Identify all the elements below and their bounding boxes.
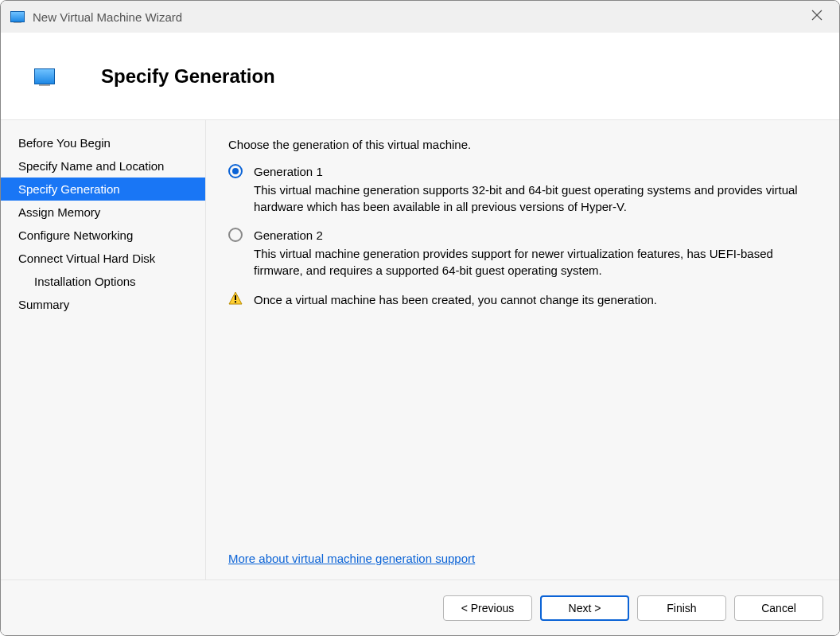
wizard-step-label: Before You Begin	[18, 136, 111, 150]
generation-option: Generation 1This virtual machine generat…	[228, 164, 817, 215]
svg-rect-4	[235, 301, 236, 302]
page-title: Specify Generation	[101, 65, 275, 88]
wizard-step-label: Connect Virtual Hard Disk	[18, 252, 155, 265]
wizard-step[interactable]: Before You Begin	[1, 131, 205, 154]
wizard-step-label: Assign Memory	[18, 205, 100, 219]
finish-button[interactable]: Finish	[637, 595, 726, 621]
wizard-step[interactable]: Summary	[1, 293, 205, 316]
titlebar: New Virtual Machine Wizard	[1, 1, 839, 33]
option-description: This virtual machine generation supports…	[254, 181, 817, 215]
radio-row[interactable]: Generation 2	[228, 228, 817, 242]
close-icon	[811, 9, 823, 21]
wizard-step[interactable]: Configure Networking	[1, 224, 205, 247]
wizard-footer: < Previous Next > Finish Cancel	[1, 579, 839, 635]
radio-button[interactable]	[228, 164, 243, 178]
wizard-step-label: Specify Name and Location	[18, 159, 164, 173]
radio-button[interactable]	[228, 228, 243, 242]
intro-text: Choose the generation of this virtual ma…	[228, 138, 817, 151]
generation-option: Generation 2This virtual machine generat…	[228, 228, 817, 279]
wizard-header: Specify Generation	[1, 33, 839, 120]
radio-row[interactable]: Generation 1	[228, 164, 817, 178]
wizard-step-label: Specify Generation	[18, 182, 120, 196]
wizard-icon	[34, 68, 55, 84]
cancel-button[interactable]: Cancel	[734, 595, 823, 621]
wizard-step-label: Installation Options	[34, 275, 136, 288]
wizard-steps-sidebar: Before You BeginSpecify Name and Locatio…	[1, 120, 206, 579]
window-title: New Virtual Machine Wizard	[33, 10, 182, 24]
wizard-step-label: Configure Networking	[18, 228, 133, 242]
warning-row: Once a virtual machine has been created,…	[228, 291, 817, 308]
radio-label: Generation 2	[254, 228, 323, 242]
wizard-step[interactable]: Specify Name and Location	[1, 154, 205, 178]
svg-rect-3	[235, 295, 236, 300]
radio-label: Generation 1	[254, 165, 323, 178]
warning-text: Once a virtual machine has been created,…	[254, 291, 657, 308]
warning-icon	[228, 291, 243, 306]
wizard-step-label: Summary	[18, 298, 69, 311]
more-info-link[interactable]: More about virtual machine generation su…	[228, 552, 475, 565]
wizard-step[interactable]: Connect Virtual Hard Disk	[1, 247, 205, 270]
app-icon	[10, 11, 25, 22]
wizard-content: Choose the generation of this virtual ma…	[206, 120, 839, 579]
wizard-step[interactable]: Assign Memory	[1, 201, 205, 224]
previous-button[interactable]: < Previous	[443, 595, 532, 621]
next-button[interactable]: Next >	[540, 595, 629, 621]
wizard-step[interactable]: Specify Generation	[1, 178, 205, 201]
close-button[interactable]	[811, 9, 826, 25]
option-description: This virtual machine generation provides…	[254, 245, 817, 279]
wizard-step[interactable]: Installation Options	[1, 270, 205, 293]
